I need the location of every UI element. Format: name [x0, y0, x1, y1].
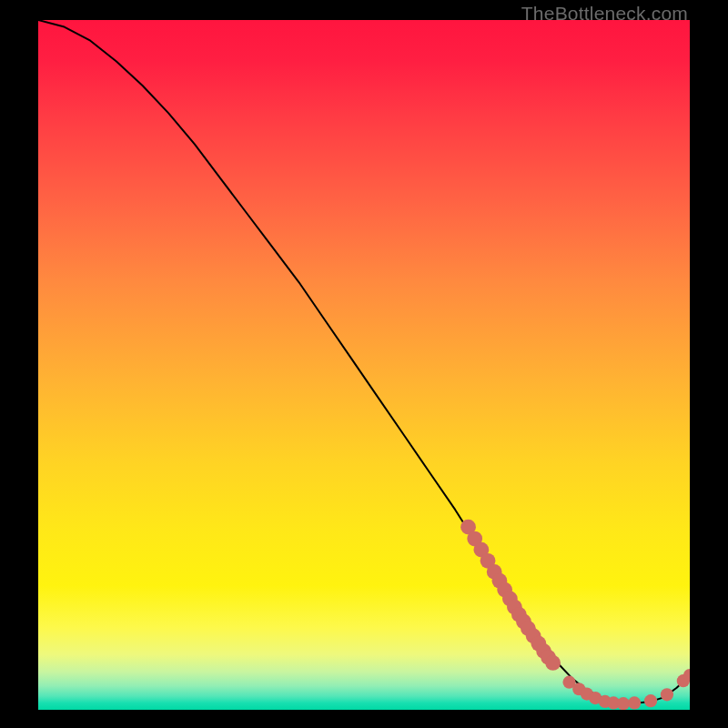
curve-marker: [628, 696, 641, 709]
curve-markers: [460, 520, 690, 710]
chart-svg: [38, 20, 690, 710]
curve-marker: [617, 697, 630, 710]
plot-area: [38, 20, 690, 710]
curve-marker: [661, 688, 673, 701]
bottleneck-curve-line: [38, 20, 690, 703]
chart-container: TheBottleneck.com: [0, 0, 728, 728]
curve-marker: [644, 694, 657, 707]
curve-marker: [545, 655, 561, 671]
